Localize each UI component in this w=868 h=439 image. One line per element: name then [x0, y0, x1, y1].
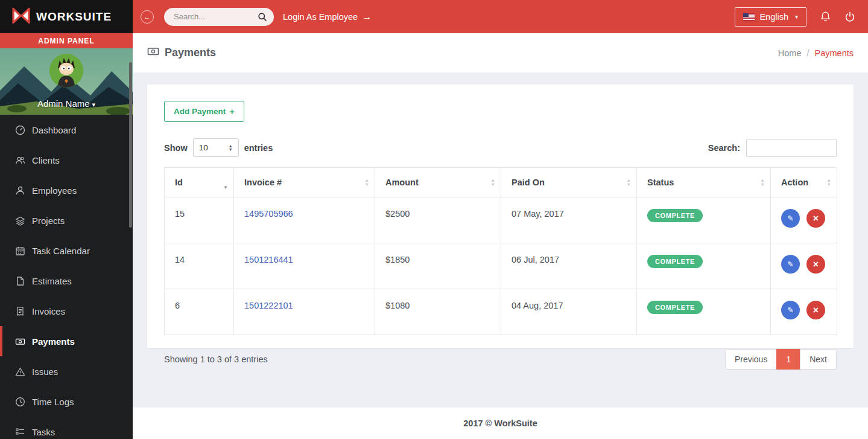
- topbar: ← Login As Employee → English ▾: [133, 0, 868, 33]
- table-search-label: Search:: [708, 143, 740, 153]
- breadcrumb: Home / Payments: [778, 48, 854, 58]
- pencil-icon: ✎: [787, 306, 794, 315]
- employee-icon: [15, 185, 25, 196]
- breadcrumb-home-link[interactable]: Home: [778, 48, 802, 58]
- worksuite-logo-icon: [12, 8, 30, 26]
- sort-icon: ▲▼: [827, 179, 831, 187]
- plus-icon: +: [229, 106, 235, 117]
- invoice-link[interactable]: 1495705966: [244, 209, 293, 219]
- cell-status: COMPLETE: [637, 197, 771, 243]
- sidebar-scrollbar[interactable]: [129, 62, 132, 228]
- table-row: 6 1501222101 $1080 04 Aug, 2017 COMPLETE…: [165, 289, 837, 335]
- page-title: Payments: [147, 45, 216, 60]
- banknote-icon: [15, 336, 25, 347]
- cell-amount: $1850: [375, 243, 501, 289]
- sidebar-item-invoices[interactable]: Invoices: [0, 296, 133, 326]
- edit-button[interactable]: ✎: [781, 301, 800, 319]
- sidebar-item-projects[interactable]: Projects: [0, 205, 133, 236]
- clock-icon: [15, 397, 25, 407]
- login-as-employee-link[interactable]: Login As Employee →: [283, 11, 372, 22]
- close-icon: ×: [813, 305, 819, 316]
- delete-button[interactable]: ×: [806, 301, 825, 319]
- user-menu[interactable]: Admin Name▾: [0, 98, 133, 109]
- sidebar-item-label: Issues: [32, 367, 58, 377]
- login-arrow-icon: →: [362, 11, 372, 22]
- topbar-right: English ▾: [735, 7, 868, 27]
- column-header-status[interactable]: Status▲▼: [637, 168, 771, 197]
- cell-invoice: 1501216441: [234, 243, 375, 289]
- edit-button[interactable]: ✎: [781, 255, 800, 274]
- sidebar-item-time-logs[interactable]: Time Logs: [0, 386, 133, 417]
- brand-logo-area[interactable]: WORKSUITE: [0, 0, 133, 33]
- sort-icon: ▲▼: [627, 179, 631, 187]
- sort-icon: ▲▼: [761, 179, 765, 187]
- column-header-id[interactable]: Id▲▼: [165, 168, 234, 197]
- calendar-icon: [15, 246, 25, 256]
- column-header-action[interactable]: Action▲▼: [771, 168, 837, 197]
- sidebar-item-label: Dashboard: [32, 125, 76, 135]
- page-length-value: 10: [199, 143, 208, 152]
- language-selector[interactable]: English ▾: [735, 7, 806, 27]
- close-icon: ×: [813, 213, 819, 224]
- add-payment-label: Add Payment: [174, 107, 226, 116]
- cell-status: COMPLETE: [637, 289, 771, 335]
- sidebar-item-estimates[interactable]: Estimates: [0, 266, 133, 296]
- cell-action: ✎×: [771, 197, 837, 243]
- warning-icon: [15, 367, 25, 377]
- sidebar-item-employees[interactable]: Employees: [0, 175, 133, 205]
- page-length-select[interactable]: 10 ▲▼: [193, 138, 239, 157]
- sidebar-item-dashboard[interactable]: Dashboard: [0, 115, 133, 145]
- collapse-sidebar-button[interactable]: ←: [141, 10, 154, 24]
- search-icon[interactable]: [258, 12, 267, 24]
- sidebar-item-task-calendar[interactable]: Task Calendar: [0, 236, 133, 266]
- notifications-bell-icon[interactable]: [820, 11, 831, 22]
- invoice-link[interactable]: 1501222101: [244, 301, 293, 310]
- payments-table: Id▲▼ Invoice #▲▼ Amount▲▼ Paid On▲▼ Stat…: [164, 167, 837, 335]
- search-input[interactable]: [174, 12, 258, 21]
- sidebar-item-clients[interactable]: Clients: [0, 145, 133, 175]
- banknote-icon: [147, 45, 159, 60]
- sidebar-item-label: Employees: [32, 185, 77, 196]
- payments-card: Add Payment + Show 10 ▲▼ entries Search:: [147, 85, 854, 348]
- layers-icon: [15, 216, 25, 226]
- cell-invoice: 1495705966: [234, 197, 375, 243]
- us-flag-icon: [743, 13, 755, 21]
- table-header-row: Id▲▼ Invoice #▲▼ Amount▲▼ Paid On▲▼ Stat…: [165, 168, 837, 197]
- tasks-icon: [15, 427, 25, 437]
- status-badge: COMPLETE: [647, 301, 703, 314]
- sidebar-item-tasks[interactable]: Tasks: [0, 417, 133, 439]
- stepper-icon: ▲▼: [229, 144, 233, 152]
- admin-panel-label: ADMIN PANEL: [0, 33, 133, 48]
- footer: 2017 © WorkSuite: [133, 408, 868, 439]
- global-search: [164, 8, 274, 26]
- logout-power-icon[interactable]: [844, 11, 855, 22]
- sidebar-menu: Dashboard Clients Employees Projects Tas…: [0, 115, 133, 439]
- sidebar-item-label: Payments: [32, 336, 75, 347]
- pagination-next[interactable]: Next: [800, 349, 837, 370]
- column-header-amount[interactable]: Amount▲▼: [375, 168, 501, 197]
- column-header-paid-on[interactable]: Paid On▲▼: [501, 168, 637, 197]
- cell-paid-on: 07 May, 2017: [501, 197, 637, 243]
- pagination-page-1[interactable]: 1: [776, 349, 800, 370]
- invoice-link[interactable]: 1501216441: [244, 255, 293, 264]
- table-controls: Show 10 ▲▼ entries Search:: [164, 138, 837, 157]
- sidebar: WORKSUITE ADMIN PANEL: [0, 0, 133, 439]
- sidebar-item-label: Time Logs: [32, 397, 74, 407]
- add-payment-button[interactable]: Add Payment +: [164, 101, 244, 122]
- brand-name: WORKSUITE: [36, 10, 112, 24]
- sidebar-item-label: Estimates: [32, 276, 72, 286]
- edit-button[interactable]: ✎: [781, 209, 800, 228]
- pagination-previous[interactable]: Previous: [725, 349, 777, 370]
- column-header-invoice[interactable]: Invoice #▲▼: [234, 168, 375, 197]
- status-badge: COMPLETE: [647, 255, 703, 268]
- clients-icon: [15, 155, 25, 165]
- delete-button[interactable]: ×: [806, 209, 825, 228]
- gauge-icon: [15, 125, 25, 135]
- avatar[interactable]: [49, 54, 83, 88]
- table-search-input[interactable]: [746, 139, 837, 157]
- sidebar-item-payments[interactable]: Payments: [0, 326, 133, 356]
- cell-amount: $2500: [375, 197, 501, 243]
- page-header: Payments Home / Payments: [133, 33, 868, 72]
- sidebar-item-issues[interactable]: Issues: [0, 356, 133, 386]
- delete-button[interactable]: ×: [806, 255, 825, 274]
